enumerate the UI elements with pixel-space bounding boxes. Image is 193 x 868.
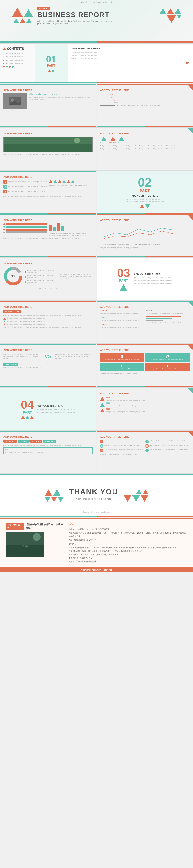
slide-9b: ADD YOUR TITLE HERE S Add your text here… xyxy=(96,344,193,387)
num-item-2: 02 Add your text here Add your text here… xyxy=(100,444,144,448)
contents-tri xyxy=(3,48,6,50)
section-8a-title: ADD YOUR TITLE HERE xyxy=(3,305,93,308)
corner-tri-10b xyxy=(187,388,193,393)
tri-r2 xyxy=(167,8,174,14)
donut-legend: Add your text here Add your text here Ad… xyxy=(25,269,58,284)
instructions-badge: 【部分操作说明】 xyxy=(6,523,24,530)
slide-5b-part02: 02 PART ADD YOUR TITLE HERE Add your tex… xyxy=(96,171,193,214)
slide-4a: ADD YOUR TITLE HERE Add your text here A… xyxy=(0,128,96,170)
deco-tri-1 xyxy=(3,66,5,68)
corner-tri-11b xyxy=(187,431,193,437)
slide-7b-part03: 03 PART ADD YOUR TITLE HERE Add your tex… xyxy=(96,258,193,300)
icon-1: ▣ xyxy=(3,180,7,184)
slide-7a: ADD YOUR TITLE HERE 60% Add your text he… xyxy=(0,258,96,300)
step-label-4: STEP 04 xyxy=(146,310,190,312)
donut-chart: 60% xyxy=(3,267,23,287)
tri-r5 xyxy=(177,15,182,19)
bar-4 xyxy=(6,231,47,233)
part04-block: 04 PART xyxy=(21,399,34,419)
bottom-bar-3b xyxy=(96,126,193,127)
image-placeholder-3a xyxy=(3,93,27,109)
slide-5a: ADD YOUR TITLE HERE ▣ Add your text here… xyxy=(0,171,96,214)
bar-chart-1 xyxy=(49,225,52,231)
corner-tri-8b xyxy=(187,301,193,307)
swot-grid: S Add your text here Add your text here … xyxy=(100,353,190,371)
bar-chart-2 xyxy=(53,227,56,231)
step-bar-3 xyxy=(146,320,163,321)
method-title: 方法一： xyxy=(69,523,187,526)
slide-6a: ADD YOUR TITLE HERE xyxy=(0,214,96,257)
bottom-bar-9b xyxy=(96,386,193,387)
thankyou-content: THANK YOU Add your text here Add your te… xyxy=(45,488,148,503)
stats-section: Add your text here Add your text here Ad… xyxy=(60,273,93,280)
section-11b-title: ADD YOUR TITLE HERE xyxy=(100,435,190,438)
top-bar-4b xyxy=(96,128,193,128)
tag-1: KEYWORDS xyxy=(3,440,17,442)
contents-list: ▲ADD YOUR TITLE HERE ▲ADD YOUR TITLE HER… xyxy=(3,53,32,65)
bars-section: Add your text here Add your text here Ad… xyxy=(3,223,93,236)
final-copyright: Copyright © http://www.pptstore.net xyxy=(0,567,193,572)
row-3: ADD YOUR TITLE HERE Add your text here A… xyxy=(0,84,193,127)
keyword-tags: KEYWORDS KEYWORD KEYWORD KEYWORDS Add yo… xyxy=(3,440,93,454)
line-chart xyxy=(100,223,190,243)
top-bar-5a xyxy=(0,171,96,172)
pp-badge: PowerPoint xyxy=(37,7,50,10)
row-4: ADD YOUR TITLE HERE Add your text here A… xyxy=(0,128,193,170)
chart-legend: Add your text here Add your text here Ad… xyxy=(100,244,190,246)
contents-panel: CONTENTS ▲ADD YOUR TITLE HERE ▲ADD YOUR … xyxy=(0,44,35,83)
row-9: ADD YOUR TITLE HERE Add your text here A… xyxy=(0,344,193,387)
ty-left-tris xyxy=(45,489,64,502)
instructions-left: 【部分操作说明】 【部分操作说明】关于如何让快速替换图片 Photo xyxy=(6,523,65,563)
part03-content: 03 PART ADD YOUR TITLE HERE Add your tex… xyxy=(117,267,172,291)
triangle-orange-large xyxy=(11,8,23,18)
section-9a-title: ADD YOUR TITLE HERE xyxy=(3,349,93,351)
top-bar-8a xyxy=(0,301,96,302)
corner-tri-4b xyxy=(187,128,193,133)
section-11a-title: ADD YOUR TITLE HERE xyxy=(3,435,93,438)
slide-8b: ADD YOUR TITLE HERE STEP 01 Add your tex… xyxy=(96,301,193,343)
num-item-1: 01 Add your text here Add your text here… xyxy=(100,440,144,443)
row-11: ADD YOUR TITLE HERE KEYWORDS KEYWORD KEY… xyxy=(0,431,193,473)
dot-1 xyxy=(3,223,5,225)
deco-tri-3 xyxy=(9,66,11,68)
top-bar xyxy=(0,84,96,85)
instructions-section: 【部分操作说明】 【部分操作说明】关于如何让快速替换图片 Photo 方法一： … xyxy=(0,518,193,567)
bottom-bar-7a xyxy=(0,300,96,300)
row-10: 04 PART ADD YOUR TITLE HERE Add your tex… xyxy=(0,388,193,430)
section-6b-title: ADD YOUR TITLE HERE xyxy=(100,219,190,222)
slide-3a: ADD YOUR TITLE HERE Add your text here A… xyxy=(0,84,96,127)
corner-tri-6b xyxy=(187,214,193,220)
num-item-6: 06 Add your text here Add your text here… xyxy=(145,449,190,452)
part02-content: 02 PART ADD YOUR TITLE HERE Add your tex… xyxy=(125,176,164,203)
bottom-bar-5a xyxy=(0,213,96,214)
corner-tri-3b xyxy=(187,84,193,90)
part04-content: 04 PART ADD YOUR TITLE HERE Add your tex… xyxy=(21,399,75,419)
tag-3: KEYWORD xyxy=(30,440,42,442)
part02-title: ADD YOUR TITLE HERE xyxy=(125,194,164,197)
ty-footer: Copyright © http://www.pptstore.net xyxy=(83,511,110,513)
icon-3: ▣ xyxy=(3,189,7,193)
swot-o: O Add your text here Add your text here … xyxy=(100,363,144,371)
right-triangles xyxy=(159,8,182,23)
bar-chart-3 xyxy=(57,223,60,231)
icon-2: ▣ xyxy=(3,185,7,189)
legend-green xyxy=(25,276,26,278)
bottom-bar-8a xyxy=(0,343,96,343)
svg-text:Photo: Photo xyxy=(22,545,28,547)
section-3a-title: ADD YOUR TITLE HERE xyxy=(3,89,93,92)
num-item-3: 03 Add your text here Add your text here… xyxy=(100,449,144,452)
title-block: PowerPoint BUSINESS REPORT Add your text… xyxy=(37,6,156,25)
row-5: ADD YOUR TITLE HERE ▣ Add your text here… xyxy=(0,171,193,214)
slide-title: Copyright © http://www.pptstore.net Powe… xyxy=(0,0,193,42)
top-bar-7a xyxy=(0,258,96,258)
slide2-bottom-bar xyxy=(0,82,193,83)
row-7: ADD YOUR TITLE HERE 60% Add your text he… xyxy=(0,258,193,300)
step-bar-2 xyxy=(146,318,172,319)
plan-tri-2 xyxy=(100,403,105,406)
top-bar-11b xyxy=(96,431,193,432)
dot-2 xyxy=(3,226,5,228)
step-label-3: STEP 03 xyxy=(100,324,144,326)
bottom-bar-5b xyxy=(96,213,193,214)
row-6: ADD YOUR TITLE HERE xyxy=(0,214,193,257)
tag-2: KEYWORD xyxy=(17,440,30,442)
